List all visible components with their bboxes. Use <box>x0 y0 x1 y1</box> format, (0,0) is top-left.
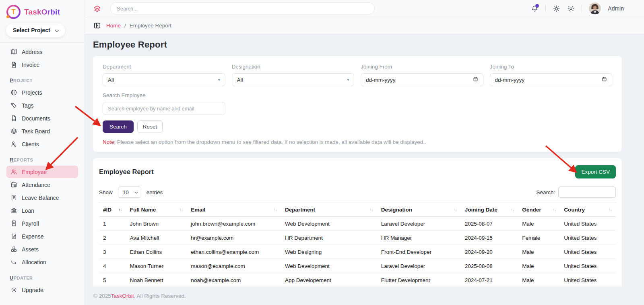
department-select[interactable]: All▾ <box>103 73 225 86</box>
table-cell: john.brown@example.com <box>187 217 281 231</box>
page-title: Employee Report <box>93 39 622 50</box>
export-csv-button[interactable]: Export CSV <box>575 165 616 178</box>
notification-badge <box>535 4 539 8</box>
designation-select[interactable]: All▾ <box>232 73 355 86</box>
table-row: 1John Brownjohn.brown@example.comWeb Dev… <box>99 217 616 231</box>
table-cell: 2024-07-21 <box>461 273 518 287</box>
show-label: Show <box>99 189 113 195</box>
column-header-id[interactable]: #ID↑↓ <box>99 203 126 217</box>
sidebar-item-label: Payroll <box>22 220 39 227</box>
sidebar-item-loan[interactable]: Loan <box>6 204 78 217</box>
settings-gear-icon[interactable] <box>567 5 575 12</box>
select-project-button[interactable]: Select Project <box>6 23 66 37</box>
calendar-icon <box>473 77 478 83</box>
table-search-label: Search: <box>536 189 555 195</box>
notifications-bell-icon[interactable] <box>531 5 539 12</box>
sidebar-item-attendance[interactable]: Attendance <box>6 178 78 191</box>
sidebar-item-employee[interactable]: Employee <box>6 166 78 178</box>
user-avatar[interactable] <box>589 2 601 15</box>
sidebar-item-upgrade[interactable]: Upgrade <box>6 284 78 296</box>
sidebar-item-label: Address <box>22 49 42 55</box>
boxes-icon <box>10 246 17 253</box>
table-cell: Web Development <box>281 259 377 273</box>
sidebar-item-allocation[interactable]: Allocation <box>6 256 78 268</box>
topbar: Admin <box>85 0 644 17</box>
sort-arrows-icon: ↑↓ <box>511 207 514 212</box>
table-cell: 2024-09-15 <box>461 231 518 245</box>
table-cell: Front-End Developer <box>377 245 461 259</box>
sidebar-item-tags[interactable]: Tags <box>6 99 78 112</box>
table-cell: 2025-08-08 <box>461 259 518 273</box>
table-row: 4Mason Turnermason@example.comWeb Develo… <box>99 259 616 273</box>
column-header-email[interactable]: Email↑↓ <box>187 203 281 217</box>
table-cell: HR Manager <box>377 231 461 245</box>
footer: © 2025 TaskOrbit, All Rights Reserved. <box>85 286 644 305</box>
sidebar-toggle-icon[interactable] <box>93 22 101 29</box>
theme-sun-icon[interactable] <box>553 5 560 12</box>
sidebar-item-address[interactable]: Address <box>6 46 78 58</box>
column-label: Gender <box>522 207 541 213</box>
table-cell: Laravel Developer <box>377 217 461 231</box>
search-button[interactable]: Search <box>103 120 134 133</box>
sidebar-item-label: Projects <box>22 89 42 96</box>
filter-field-value: All <box>237 77 243 83</box>
table-cell: Male <box>518 273 560 287</box>
sidebar-item-documents[interactable]: DOCDocuments <box>6 112 78 124</box>
column-header-designation[interactable]: Designation↑↓ <box>377 203 461 217</box>
layers-menu-icon[interactable] <box>93 5 101 12</box>
search-employee-input[interactable] <box>103 102 225 115</box>
column-header-full-name[interactable]: Full Name↑↓ <box>126 203 187 217</box>
column-header-department[interactable]: Department↑↓ <box>281 203 377 217</box>
sidebar-item-invoice[interactable]: Invoice <box>6 58 78 71</box>
column-header-joining-date[interactable]: Joining Date↑↓ <box>461 203 518 217</box>
entries-select[interactable]: 10 <box>118 187 141 198</box>
filter-field-label: Department <box>103 64 225 70</box>
chevron-down-icon: ▾ <box>347 78 349 82</box>
invoice-icon <box>10 61 17 68</box>
footer-brand-link[interactable]: TaskOrbit <box>111 293 134 299</box>
table-cell: Web Development <box>281 217 377 231</box>
bank-icon <box>10 207 17 214</box>
search-employee-field: Search Employee <box>103 92 225 115</box>
sort-arrows-icon: ↑↓ <box>273 207 277 212</box>
table-cell: hr@example.com <box>187 231 281 245</box>
sidebar-item-label: Attendance <box>22 182 50 188</box>
username[interactable]: Admin <box>608 5 624 12</box>
breadcrumb-home-link[interactable]: Home <box>106 23 121 29</box>
table-cell: Mason Turner <box>126 259 187 273</box>
filter-field-value: All <box>108 77 114 83</box>
reset-button[interactable]: Reset <box>137 120 163 133</box>
table-cell: United States <box>560 231 616 245</box>
sidebar-item-expense[interactable]: Expense <box>6 230 78 243</box>
breadcrumb: Home / Employee Report <box>85 17 644 34</box>
sidebar-item-payroll[interactable]: Payroll <box>6 217 78 230</box>
table-cell: 2024-09-20 <box>461 245 518 259</box>
table-cell: United States <box>560 217 616 231</box>
table-row: 2Ava Mitchellhr@example.comHR Department… <box>99 231 616 245</box>
sidebar-item-task-board[interactable]: Task Board <box>6 125 78 137</box>
brand-name: TaskOrbit <box>24 8 60 17</box>
column-header-gender[interactable]: Gender↑↓ <box>518 203 560 217</box>
sidebar-item-assets[interactable]: Assets <box>6 243 78 255</box>
sort-arrows-icon: ↑↓ <box>369 207 373 212</box>
filter-actions: Search Reset <box>103 120 612 133</box>
map-icon <box>10 48 17 55</box>
taskorbit-logo-icon: T <box>6 5 21 19</box>
column-label: #ID <box>103 207 111 213</box>
column-header-country[interactable]: Country↑↓ <box>560 203 616 217</box>
calendar-check-icon <box>10 181 17 188</box>
sidebar: T TaskOrbit Select Project AddressInvoic… <box>0 0 85 305</box>
joining-to-date-input[interactable]: dd-mm-yyyy <box>490 73 613 86</box>
sidebar-item-clients[interactable]: Clients <box>6 138 78 150</box>
joining-from-date-input[interactable]: dd-mm-yyyy <box>361 73 483 86</box>
sidebar-item-label: Invoice <box>22 62 39 68</box>
note-label: Note: <box>103 139 116 145</box>
sidebar-section-project: PROJECT <box>10 78 75 83</box>
sidebar-item-leave-balance[interactable]: Leave Balance <box>6 191 78 204</box>
table-search-input[interactable] <box>558 187 616 198</box>
table-cell: HR Department <box>281 231 377 245</box>
sidebar-item-projects[interactable]: Projects <box>6 86 78 99</box>
global-search-input[interactable] <box>110 2 375 15</box>
brand[interactable]: T TaskOrbit <box>6 4 79 23</box>
table-cell: Ethan Collins <box>126 245 187 259</box>
